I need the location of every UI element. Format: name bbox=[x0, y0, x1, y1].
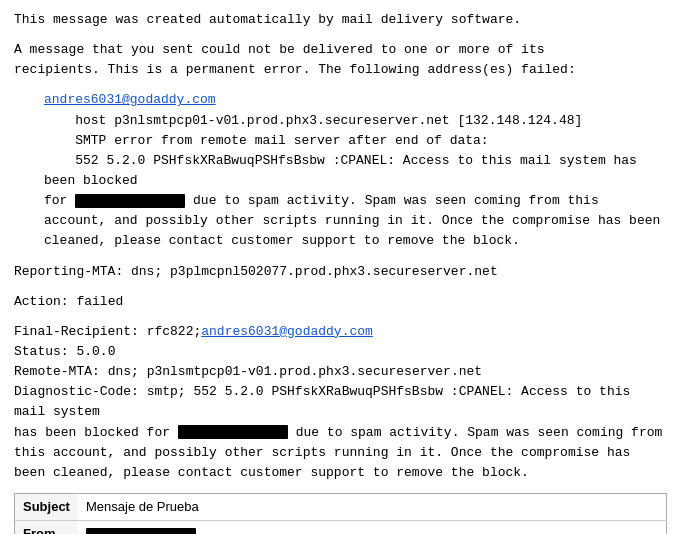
action-label: Action: bbox=[14, 294, 69, 309]
intro-para: A message that you sent could not be del… bbox=[14, 40, 667, 80]
reporting-mta-text: Reporting-MTA: dns; p3plmcpnl502077.prod… bbox=[14, 264, 498, 279]
final-recipient-email-link[interactable]: andres6031@godaddy.com bbox=[201, 324, 373, 339]
redacted-email-1 bbox=[75, 194, 185, 208]
final-recipient-line: Final-Recipient: rfc822;andres6031@godad… bbox=[14, 322, 667, 342]
summary-from-value bbox=[78, 521, 667, 534]
action-value: failed bbox=[76, 294, 123, 309]
remote-mta-label: Remote-MTA: bbox=[14, 364, 100, 379]
delivery-detail-2: SMTP error from remote mail server after… bbox=[44, 133, 489, 148]
status-label: Status: bbox=[14, 344, 69, 359]
final-recipient-prefix: rfc822; bbox=[147, 324, 202, 339]
email-body: This message was created automatically b… bbox=[14, 10, 667, 534]
final-recipient-label: Final-Recipient: bbox=[14, 324, 139, 339]
remote-mta-value: dns; p3nlsmtpcp01-v01.prod.phx3.securese… bbox=[108, 364, 482, 379]
reporting-mta-para: Reporting-MTA: dns; p3plmcpnl502077.prod… bbox=[14, 262, 667, 282]
redacted-email-2 bbox=[178, 425, 288, 439]
summary-table: Subject Mensaje de Prueba From To andres… bbox=[14, 493, 667, 534]
intro-text: A message that you sent could not be del… bbox=[14, 42, 576, 77]
recipient-email-link[interactable]: andres6031@godaddy.com bbox=[44, 92, 216, 107]
action-line: Action: failed bbox=[14, 292, 667, 312]
diagnostic-code-block: Diagnostic-Code: smtp; 552 5.2.0 PSHfskX… bbox=[14, 382, 667, 483]
delivery-block: andres6031@godaddy.com host p3nlsmtpcp01… bbox=[14, 90, 667, 251]
summary-subject-value: Mensaje de Prueba bbox=[78, 493, 667, 520]
delivery-detail-3: 552 5.2.0 PSHfskXRaBwuqPSHfsBsbw :CPANEL… bbox=[44, 153, 660, 249]
delivery-detail-1: host p3nlsmtpcp01-v01.prod.phx3.securese… bbox=[44, 113, 582, 128]
remote-mta-line: Remote-MTA: dns; p3nlsmtpcp01-v01.prod.p… bbox=[14, 362, 667, 382]
diag-code-label: Diagnostic-Code: bbox=[14, 384, 147, 399]
auto-message-text: This message was created automatically b… bbox=[14, 12, 521, 27]
status-line: Status: 5.0.0 bbox=[14, 342, 667, 362]
summary-from-row: From bbox=[15, 521, 667, 534]
summary-from-label: From bbox=[15, 521, 78, 534]
auto-message-para: This message was created automatically b… bbox=[14, 10, 667, 30]
summary-subject-label: Subject bbox=[15, 493, 78, 520]
redacted-from bbox=[86, 528, 196, 534]
status-value: 5.0.0 bbox=[76, 344, 115, 359]
summary-subject-row: Subject Mensaje de Prueba bbox=[15, 493, 667, 520]
